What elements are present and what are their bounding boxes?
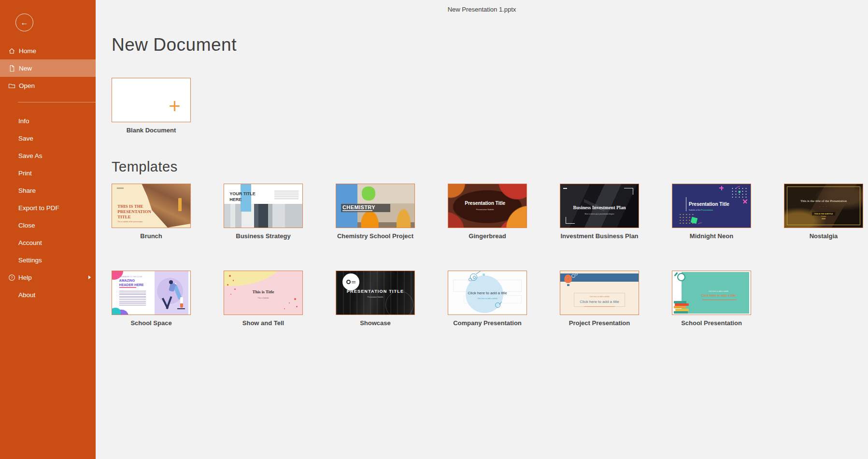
template-thumbnail-showcase[interactable]: PRESENTATION TITLE Presentation Subtitle: [336, 271, 415, 315]
person-illustration: [169, 280, 173, 284]
sidebar-item-save-as[interactable]: Save As: [0, 147, 96, 164]
slide-subtitle-text: Click here to add a subtitle: [690, 290, 748, 292]
template-card-nostalgia: This is the title of the Presentation · …: [784, 184, 863, 240]
sidebar-item-info[interactable]: Info: [0, 112, 96, 129]
template-card-showcase: PRESENTATION TITLE Presentation Subtitle…: [336, 271, 415, 327]
template-thumbnail-brunch[interactable]: THIS IS THE PRESENTATION TITLE This is s…: [112, 184, 191, 228]
sidebar-item-save[interactable]: Save: [0, 129, 96, 147]
template-card-company-presentation: Click here to add a title Click here to …: [448, 271, 527, 327]
back-button[interactable]: ←: [15, 14, 33, 31]
slide-title-text: Business Investment Plan: [560, 205, 639, 210]
gear-doodle-shape: [571, 274, 575, 278]
green-square-shape: [739, 191, 740, 193]
flask-shape: [394, 204, 413, 228]
test-tube-illustration: [180, 297, 183, 308]
sidebar-item-label: Save: [18, 135, 33, 142]
back-arrow-icon: ←: [21, 18, 28, 27]
template-thumbnail-company-presentation[interactable]: Click here to add a title Click here to …: [448, 271, 527, 315]
template-card-brunch: THIS IS THE PRESENTATION TITLE This is s…: [112, 184, 191, 240]
slide-title-text: Presentation Title: [448, 201, 522, 206]
architecture-photo: [224, 204, 302, 228]
template-label: Business Strategy: [224, 232, 303, 240]
sidebar-item-label: Print: [18, 170, 32, 177]
squiggle-shape: [698, 222, 703, 226]
template-thumbnail-school-space[interactable]: SUBHEADER TO THIS SLIDE AMAZING HEADER H…: [112, 271, 191, 315]
red-dot-shape: [227, 284, 228, 286]
book-shape: [675, 309, 689, 311]
templates-row-1: THIS IS THE PRESENTATION TITLE This is s…: [112, 184, 868, 240]
vertical-line-shape: [686, 197, 686, 211]
template-card-show-and-tell: This is Title This is Subtitle Show and …: [224, 271, 303, 327]
subtitle-text: Subtitle of the: [689, 209, 701, 211]
slide-title-text: CHEMISTRY: [342, 204, 375, 210]
document-title: New Presentation 1.pptx: [96, 6, 868, 13]
new-document-section: New Document + Blank Document Templates …: [96, 34, 868, 327]
sidebar-item-print[interactable]: Print: [0, 164, 96, 182]
backstage-main: New Presentation 1.pptx New Document + B…: [96, 0, 868, 459]
sidebar-item-home[interactable]: Home: [0, 42, 96, 59]
template-card-investment-business-plan: Business Investment Plan Here is where y…: [560, 184, 639, 240]
company-logo-badge: [342, 273, 359, 290]
template-thumbnail-project-presentation[interactable]: Click here to add a subtitle Click here …: [560, 271, 639, 315]
red-dot-shape: [229, 275, 231, 277]
green-liquid-shape: [362, 186, 375, 201]
text-lines-placeholder: [342, 210, 372, 211]
sidebar-item-about[interactable]: About: [0, 286, 96, 303]
template-thumbnail-chemistry[interactable]: CHEMISTRY: [336, 184, 415, 228]
slide-title-text: This is Title: [224, 289, 302, 294]
red-dot-shape: [233, 280, 234, 281]
sidebar-item-export-to-pdf[interactable]: Export to PDF: [0, 199, 96, 216]
sidebar-divider: [18, 102, 96, 102]
slide-title-text: Click here to add a title: [560, 300, 639, 304]
slide-subtitle-text: Subtitle of the Presentation: [689, 209, 713, 211]
blank-document-thumbnail[interactable]: +: [112, 78, 191, 122]
green-square-shape: [691, 217, 698, 224]
template-card-midnight-neon: Presentation Title Subtitle of the Prese…: [672, 184, 751, 240]
template-thumbnail-gingerbread[interactable]: Presentation Title Presentation Subtitle: [448, 184, 527, 228]
slide-subtitle-text: This is Subtitle: [224, 297, 302, 299]
slide-subtitle-text: Here is where your presentation begins: [560, 213, 639, 215]
new-document-icon: [8, 65, 15, 72]
chevron-right-icon: [88, 275, 91, 279]
date-year: 2020: [784, 218, 863, 221]
folder-icon: [8, 82, 15, 89]
sidebar-item-label: Open: [19, 82, 35, 89]
sidebar-item-label: Account: [18, 239, 42, 246]
sidebar-nav-main: Info Save Save As Print Share Export to …: [0, 112, 96, 303]
template-thumbnail-school-presentation[interactable]: Click here to add a subtitle Click here …: [672, 271, 751, 315]
sidebar-item-new[interactable]: New: [0, 59, 96, 77]
cross-shape: [719, 186, 724, 190]
slide-caption-text: SUBHEADER TO THIS SLIDE: [119, 276, 142, 278]
slide-title-text: Presentation Title: [689, 201, 729, 207]
template-thumbnail-nostalgia[interactable]: This is the title of the Presentation · …: [784, 184, 863, 228]
template-card-gingerbread: Presentation Title Presentation Subtitle…: [448, 184, 527, 240]
sidebar-item-help[interactable]: ? Help: [0, 269, 96, 286]
logo-text-lines: [352, 281, 356, 284]
sidebar-item-settings[interactable]: Settings: [0, 251, 96, 269]
sidebar-item-open[interactable]: Open: [0, 77, 96, 94]
sidebar-item-label: Home: [19, 47, 36, 55]
template-thumbnail-investment[interactable]: Business Investment Plan Here is where y…: [560, 184, 639, 228]
sidebar-item-label: New: [19, 65, 32, 72]
underline-shape: [584, 306, 615, 307]
sidebar-item-label: Help: [18, 274, 32, 281]
book-shape: [674, 306, 685, 308]
template-thumbnail-business-strategy[interactable]: YOUR TITLE HERE: [224, 184, 303, 228]
templates-row-2: SUBHEADER TO THIS SLIDE AMAZING HEADER H…: [112, 271, 868, 327]
sidebar-item-close[interactable]: Close: [0, 216, 96, 234]
sidebar-item-share[interactable]: Share: [0, 182, 96, 199]
template-label: Brunch: [112, 232, 191, 240]
slide-title-text: This is the title of the Presentation: [784, 199, 863, 203]
template-label: Investment Business Plan: [560, 232, 639, 240]
blank-document-label: Blank Document: [112, 127, 191, 134]
template-thumbnail-midnight-neon[interactable]: Presentation Title Subtitle of the Prese…: [672, 184, 751, 228]
arrow-icon: [476, 271, 481, 274]
sidebar-item-label: Settings: [18, 257, 42, 264]
sidebar-item-account[interactable]: Account: [0, 234, 96, 251]
sidebar-item-label: Save As: [18, 152, 43, 159]
sidebar-item-label: About: [18, 291, 35, 299]
template-label: Project Presentation: [560, 319, 639, 327]
text-lines-placeholder: [119, 291, 146, 306]
teal-panel-shape: [682, 272, 749, 314]
template-thumbnail-show-and-tell[interactable]: This is Title This is Subtitle: [224, 271, 303, 315]
